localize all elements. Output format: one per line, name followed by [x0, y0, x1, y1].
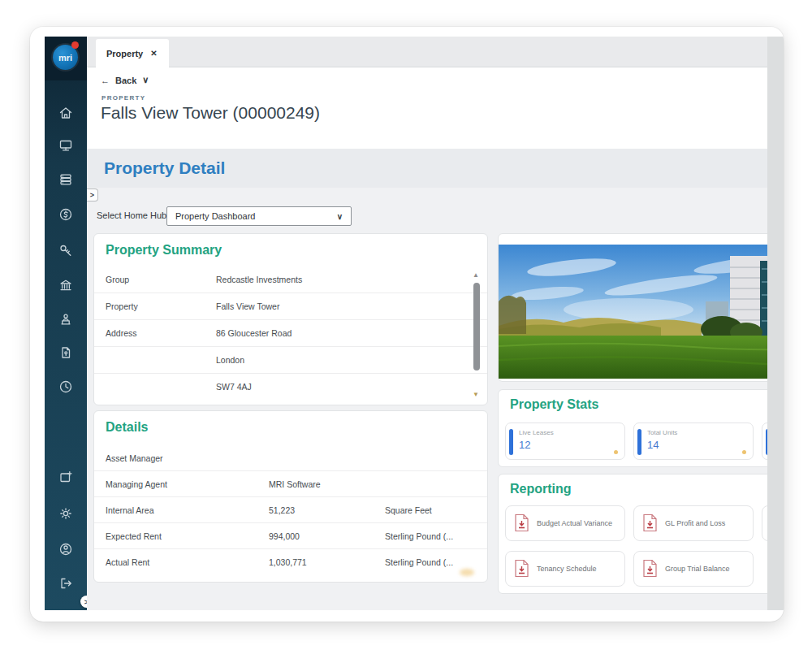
table-row: SW7 4AJ [94, 374, 487, 401]
table-row: Internal Area 51,223 Square Feet [94, 497, 487, 523]
table-row: Asset Manager [94, 445, 487, 471]
pdf-file-icon [642, 559, 658, 579]
scrollbar-thumb[interactable] [473, 283, 480, 370]
section-header-title: Property Detail [104, 158, 225, 178]
stat-highlight-dot [742, 450, 746, 454]
home-hub-row: Select Home Hub Property Dashboard ∨ [87, 202, 767, 230]
table-row: Group Redcastle Investments [94, 266, 487, 293]
stat-live-leases[interactable]: Live Leases 12 [505, 422, 625, 460]
reporting-row: Budget Actual Variance GL Profit and Los… [505, 505, 767, 541]
logo-container: mri [45, 37, 87, 80]
property-stats-card: Property Stats Live Leases 12 Total Unit… [498, 389, 767, 467]
report-button-group-trial-balance[interactable]: Group Trial Balance [633, 551, 754, 587]
database-icon[interactable] [58, 172, 73, 187]
sidebar: mri > [45, 37, 87, 610]
document-icon[interactable] [58, 345, 73, 360]
property-stats-title: Property Stats [510, 397, 598, 412]
home-hub-selected-value: Property Dashboard [175, 211, 255, 221]
details-title: Details [106, 420, 148, 435]
tab-property[interactable]: Property ✕ [96, 39, 169, 67]
table-row: Managing Agent MRI Software [94, 471, 487, 497]
stat-clipped[interactable] [762, 422, 767, 460]
report-button-tenancy-schedule[interactable]: Tenancy Schedule [505, 551, 625, 587]
scroll-up-icon[interactable]: ▲ [473, 271, 479, 279]
tab-strip: Property ✕ [87, 37, 767, 67]
property-photo-card [498, 233, 767, 382]
property-photo [499, 245, 767, 379]
reporting-row: Tenancy Schedule Group Trial Balance [505, 551, 754, 587]
breadcrumb: PROPERTY [102, 94, 145, 102]
stat-row: Live Leases 12 Total Units 14 [505, 422, 767, 460]
back-arrow-icon: ← [101, 76, 110, 85]
page-title: Falls View Tower (00000249) [101, 103, 320, 123]
table-row: Expected Rent 994,000 Sterling Pound (..… [94, 523, 487, 549]
panel-collapse-handle[interactable]: > [87, 188, 98, 202]
pdf-file-icon [514, 514, 529, 534]
table-row: Actual Rent 1,030,771 Sterling Pound (..… [94, 549, 487, 575]
stat-total-units[interactable]: Total Units 14 [633, 422, 754, 460]
scroll-down-icon[interactable]: ▼ [473, 391, 479, 398]
reporting-title: Reporting [510, 482, 572, 496]
key-icon[interactable] [58, 243, 73, 258]
report-button-budget-actual-variance[interactable]: Budget Actual Variance [505, 505, 625, 541]
back-label: Back [115, 76, 136, 85]
currency-icon[interactable] [58, 207, 73, 222]
page-header: ← Back ∨ PROPERTY Falls View Tower (0000… [87, 67, 767, 149]
details-card: Details Asset Manager Managing Agent MRI… [93, 410, 488, 583]
table-row: Property Falls View Tower [94, 293, 487, 320]
tab-label: Property [106, 49, 143, 58]
back-button[interactable]: ← Back ∨ [101, 75, 149, 85]
report-button-clipped[interactable] [762, 505, 767, 541]
property-summary-card: Property Summary Group Redcastle Investm… [93, 233, 488, 405]
section-header: Property Detail [87, 149, 767, 188]
clock-icon[interactable] [58, 379, 73, 394]
table-row: Address 86 Gloucester Road [94, 320, 487, 347]
reporting-card: Reporting Budget Actual Variance GL Prof… [498, 474, 767, 594]
pdf-file-icon [514, 559, 529, 579]
home-hub-select[interactable]: Property Dashboard ∨ [166, 206, 352, 226]
logout-icon[interactable] [58, 576, 73, 591]
scroll-hint-highlight [460, 569, 474, 576]
dashboard-content: Property Summary Group Redcastle Investm… [87, 230, 767, 610]
pdf-file-icon [642, 514, 658, 534]
front-desk-icon[interactable] [58, 312, 73, 327]
tab-close-icon[interactable]: ✕ [150, 49, 157, 58]
main-area: Property ✕ ← Back ∨ PROPERTY Falls View … [87, 37, 767, 610]
right-gutter [767, 37, 784, 610]
select-chevron-down-icon: ∨ [337, 212, 343, 221]
app-window: mri > [30, 27, 784, 622]
user-circle-icon[interactable] [58, 542, 73, 557]
report-button-gl-profit-and-loss[interactable]: GL Profit and Loss [633, 505, 754, 541]
settings-gear-icon[interactable] [58, 506, 73, 521]
add-window-icon[interactable] [58, 470, 73, 484]
home-hub-label: Select Home Hub [97, 210, 166, 220]
back-chevron-down-icon[interactable]: ∨ [142, 75, 149, 85]
notification-dot [71, 41, 79, 49]
home-icon[interactable] [58, 106, 73, 120]
table-row: London [94, 347, 487, 374]
sub-band [87, 188, 767, 202]
monitor-icon[interactable] [58, 138, 73, 153]
stat-accent-bar [637, 429, 641, 455]
bank-icon[interactable] [58, 278, 73, 292]
scrollbar[interactable]: ▲ ▼ [472, 271, 482, 398]
stat-accent-bar [509, 429, 513, 455]
property-summary-title: Property Summary [106, 243, 222, 258]
stat-highlight-dot [614, 450, 618, 454]
